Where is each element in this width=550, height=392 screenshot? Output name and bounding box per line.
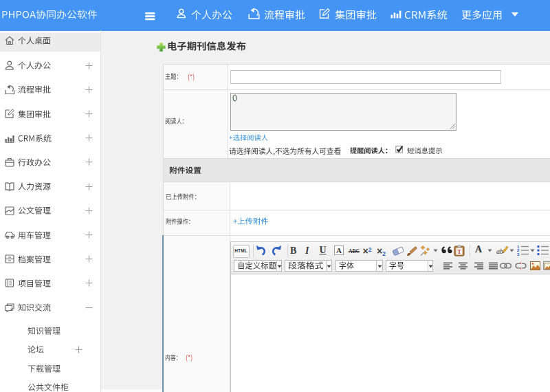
svg-text:A: A — [336, 246, 342, 254]
svg-text:ab: ab — [496, 248, 503, 255]
svg-text:T: T — [457, 248, 461, 254]
svg-text:3: 3 — [517, 252, 520, 256]
